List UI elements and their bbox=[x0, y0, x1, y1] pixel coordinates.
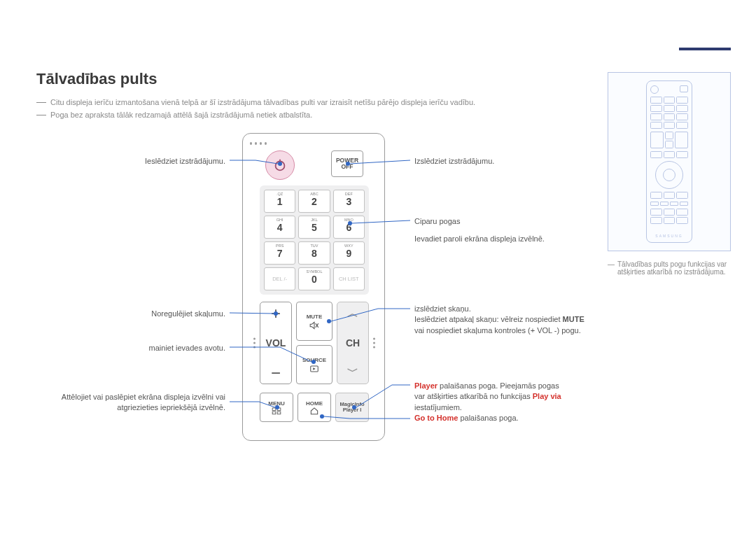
key-1: .QZ1 bbox=[264, 190, 295, 213]
svg-rect-8 bbox=[277, 412, 281, 414]
label-l4: Attēlojiet vai paslēpiet ekrāna displeja… bbox=[36, 392, 225, 414]
remote-illustration: POWER OFF .QZ1 ABC2 DEF3 GHI4 JKL5 MNO6 … bbox=[242, 133, 385, 441]
source-button: SOURCE bbox=[296, 345, 332, 384]
note-2-text: Poga bez apraksta tālāk redzamajā attēlā… bbox=[50, 111, 312, 119]
note-1: Citu displeja ierīču izmantošana vienā t… bbox=[36, 98, 475, 106]
key-0: SYMBOL0 bbox=[298, 267, 330, 290]
mini-remote: SAMSUNG bbox=[646, 80, 692, 243]
key-3: DEF3 bbox=[333, 190, 365, 213]
home-button: HOME bbox=[298, 393, 331, 422]
ch-label: CH bbox=[346, 337, 360, 349]
vol-label: VOL bbox=[266, 337, 286, 349]
note-2: Poga bez apraksta tālāk redzamajā attēlā… bbox=[36, 111, 312, 119]
mute-label: MUTE bbox=[307, 314, 323, 320]
key-2: ABC2 bbox=[298, 190, 330, 213]
note-1-text: Citu displeja ierīču izmantošana vienā t… bbox=[50, 98, 475, 106]
ch-up-icon: ︿ bbox=[347, 307, 358, 321]
label-l2: Noregulējiet skaļumu. bbox=[36, 309, 225, 319]
label-r3: izslēdziet skaņu. Ieslēdziet atpakaļ ska… bbox=[414, 304, 617, 336]
magicinfo-button: MagicInfo Player I bbox=[335, 393, 369, 422]
side-note: ―Tālvadības pults pogu funkcijas var atš… bbox=[608, 260, 731, 276]
ch-down-icon: ﹀ bbox=[347, 365, 358, 379]
key-8: TUV8 bbox=[298, 241, 330, 265]
menu-button: MENU bbox=[260, 393, 293, 422]
power-on-button bbox=[265, 150, 295, 180]
menu-label: MENU bbox=[268, 400, 285, 407]
svg-rect-7 bbox=[272, 412, 276, 414]
bottom-row: MENU HOME MagicInfo Player I bbox=[260, 393, 369, 422]
source-icon bbox=[309, 365, 319, 373]
menu-icon bbox=[272, 407, 281, 415]
label-r2: Ciparu pogas Ievadiet paroli ekrāna disp… bbox=[414, 216, 610, 245]
label-r1: Izslēdziet izstrādājumu. bbox=[414, 156, 610, 167]
ir-dots bbox=[250, 142, 267, 149]
mini-remote-panel: SAMSUNG bbox=[608, 72, 731, 251]
key-6: MNO6 bbox=[333, 216, 365, 239]
vol-rocker: + VOL − bbox=[260, 302, 292, 384]
key-7: PRS7 bbox=[264, 241, 295, 265]
header-tick bbox=[679, 48, 731, 50]
mute-icon bbox=[309, 321, 319, 330]
ch-rocker: ︿ CH ﹀ bbox=[337, 302, 369, 384]
power-off-l2: OFF bbox=[342, 164, 354, 170]
key-5: JKL5 bbox=[298, 216, 330, 239]
vol-plus: + bbox=[271, 307, 281, 320]
home-icon bbox=[309, 407, 319, 415]
key-4: GHI4 bbox=[264, 216, 295, 239]
dpad-icon bbox=[655, 161, 683, 189]
key-9: WXY9 bbox=[333, 241, 365, 265]
mute-button: MUTE bbox=[296, 302, 332, 341]
power-icon bbox=[272, 157, 288, 173]
source-label: SOURCE bbox=[302, 357, 326, 363]
label-r4: Player palaišanas poga. Pieejamās pogas … bbox=[414, 381, 617, 424]
key-del: DEL /- bbox=[264, 267, 295, 290]
power-off-button: POWER OFF bbox=[331, 150, 363, 177]
home-label: HOME bbox=[306, 400, 323, 407]
svg-rect-5 bbox=[272, 407, 276, 410]
vol-minus: − bbox=[271, 366, 281, 379]
label-l1: Ieslēdziet izstrādājumu. bbox=[36, 156, 225, 167]
numeric-keypad: .QZ1 ABC2 DEF3 GHI4 JKL5 MNO6 PRS7 TUV8 … bbox=[260, 185, 369, 295]
mid-group: + VOL − MUTE SOURCE ︿ CH ﹀ bbox=[260, 302, 369, 384]
page-title: Tālvadības pults bbox=[36, 70, 157, 88]
brand-text: SAMSUNG bbox=[650, 234, 688, 238]
label-l3: mainiet ievades avotu. bbox=[36, 343, 225, 353]
svg-rect-6 bbox=[277, 407, 281, 410]
magic-l2: Player I bbox=[343, 407, 362, 413]
key-chlist: CH LIST bbox=[333, 267, 365, 290]
